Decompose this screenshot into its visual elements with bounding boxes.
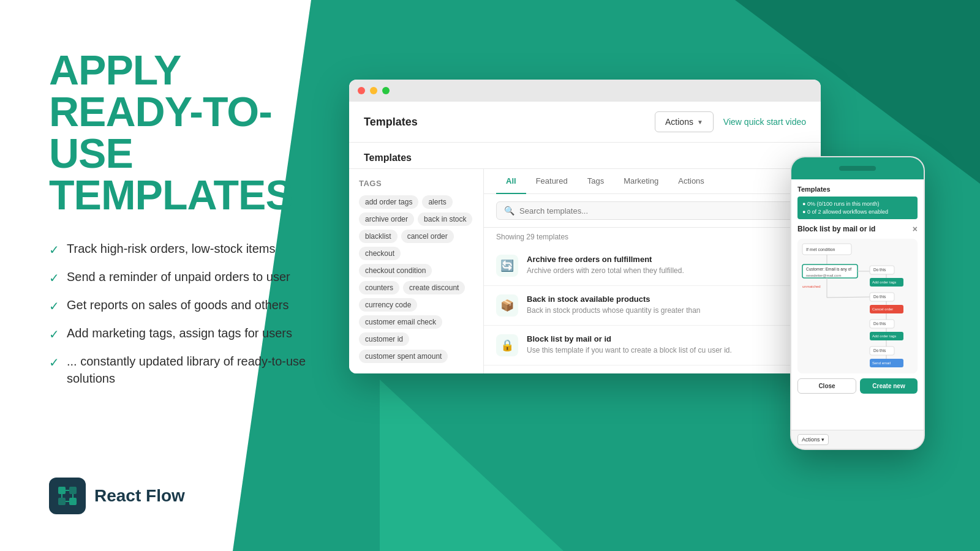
phone-header	[791, 157, 924, 179]
template-item-archive[interactable]: 🔄 Archive free orders on fulfillment Arc…	[484, 246, 821, 286]
tags-sidebar: Tags add order tags alerts archive order…	[349, 169, 484, 373]
phone-mockup: Templates ● 0% (0/100 runs in this month…	[790, 156, 925, 450]
svg-rect-3	[69, 498, 77, 505]
flow-svg: If met condition Customer: Email is any …	[797, 239, 918, 373]
phone-close-icon[interactable]: ×	[913, 224, 918, 234]
feature-item-3: ✓ Get reports on sales of goods and othe…	[49, 296, 318, 315]
svg-text:Do this: Do this	[873, 348, 886, 353]
feature-item-5: ✓ ... constantly updated library of read…	[49, 353, 318, 387]
flow-diagram: If met condition Customer: Email is any …	[797, 239, 918, 373]
template-info-back-in-stock: Back in stock available products Back in…	[527, 294, 700, 316]
brand-logo	[49, 478, 86, 514]
tag-archive-order[interactable]: archive order	[359, 212, 414, 226]
tab-featured[interactable]: Featured	[526, 169, 578, 194]
browser-content: Templates Actions ▼ View quick start vid…	[349, 102, 821, 373]
svg-text:newsletter@mail.com: newsletter@mail.com	[806, 274, 841, 277]
quick-start-link[interactable]: View quick start video	[723, 117, 806, 127]
browser-bar	[349, 80, 821, 102]
browser-dot-green[interactable]	[382, 87, 390, 94]
tag-checkout[interactable]: checkout	[359, 247, 401, 260]
header-actions: Actions ▼ View quick start video	[655, 111, 806, 132]
template-item-copy-tags[interactable]: # Copy purchased product tags to the cus…	[484, 365, 821, 373]
phone-actions-button[interactable]: Actions ▾	[797, 434, 829, 445]
brand-name: React Flow	[94, 486, 185, 506]
browser-window: Templates Actions ▼ View quick start vid…	[349, 80, 821, 373]
phone-usage-bar: ● 0% (0/100 runs in this month) ● 0 of 2…	[797, 197, 918, 219]
tag-checkout-condition[interactable]: checkout condition	[359, 264, 432, 277]
tab-all[interactable]: All	[496, 169, 526, 194]
app-header: Templates Actions ▼ View quick start vid…	[349, 102, 821, 143]
tag-blacklist[interactable]: blacklist	[359, 230, 398, 243]
check-icon-5: ✓	[49, 354, 59, 371]
feature-item-4: ✓ Add marketing tags, assign tags for us…	[49, 324, 318, 343]
actions-button[interactable]: Actions ▼	[655, 111, 714, 132]
brand-logo-svg	[56, 484, 79, 508]
template-name-back-in-stock: Back in stock available products	[527, 294, 700, 304]
search-icon: 🔍	[504, 206, 514, 216]
feature-item-2: ✓ Send a reminder of unpaid orders to us…	[49, 268, 318, 287]
template-desc-back-in-stock: Back in stock products whose quantity is…	[527, 305, 700, 316]
tag-customer-id[interactable]: customer id	[359, 332, 409, 346]
browser-dot-red[interactable]	[358, 87, 365, 94]
svg-text:Customer: Email is any of: Customer: Email is any of	[806, 267, 851, 272]
tab-marketing[interactable]: Marketing	[614, 169, 668, 194]
tag-currency-code[interactable]: currency code	[359, 298, 417, 312]
svg-text:Send email: Send email	[872, 361, 891, 365]
template-desc-archive: Archive orders with zero total when they…	[527, 266, 684, 276]
phone-usage-text: ● 0% (0/100 runs in this month) ● 0 of 2…	[802, 200, 913, 216]
svg-line-28	[827, 297, 870, 298]
tab-actions[interactable]: Actions	[668, 169, 714, 194]
svg-text:Add order tags: Add order tags	[872, 280, 896, 284]
svg-text:If met condition: If met condition	[806, 247, 835, 252]
search-input[interactable]	[519, 206, 801, 216]
phone-content: Templates ● 0% (0/100 runs in this month…	[791, 179, 924, 449]
tab-tags[interactable]: Tags	[578, 169, 614, 194]
svg-text:Cancel order: Cancel order	[872, 307, 893, 311]
main-area: Tags add order tags alerts archive order…	[349, 169, 821, 373]
search-bar: 🔍	[484, 194, 821, 228]
svg-rect-0	[58, 487, 66, 494]
template-name-archive: Archive free orders on fulfillment	[527, 255, 684, 264]
svg-text:Do this: Do this	[873, 321, 886, 326]
filter-tabs: All Featured Tags Marketing Actions	[484, 169, 821, 194]
tag-customer-email-check[interactable]: customer email check	[359, 315, 442, 329]
svg-text:Do this: Do this	[873, 268, 886, 272]
template-info-block-list: Block list by mail or id Use this templa…	[527, 334, 732, 356]
templates-list-area: All Featured Tags Marketing Actions 🔍 Sh…	[484, 169, 821, 373]
tag-customer-spent-amount[interactable]: customer spent amount	[359, 350, 448, 363]
phone-actions-bar: Actions ▾	[791, 430, 924, 449]
svg-rect-1	[69, 487, 77, 494]
svg-text:unmatched: unmatched	[802, 285, 821, 288]
check-icon-4: ✓	[49, 326, 59, 343]
tag-cancel-order[interactable]: cancel order	[401, 230, 454, 243]
template-name-block-list: Block list by mail or id	[527, 334, 732, 343]
template-item-block-list[interactable]: 🔒 Block list by mail or id Use this temp…	[484, 326, 821, 365]
phone-modal-title: Block list by mail or id ×	[797, 224, 918, 234]
phone-create-new-button[interactable]: Create new	[860, 378, 918, 394]
tags-grid: add order tags alerts archive order back…	[359, 195, 473, 363]
template-icon-back-in-stock: 📦	[496, 294, 518, 317]
tags-title: Tags	[359, 179, 473, 188]
tag-back-in-stock[interactable]: back in stock	[418, 212, 472, 226]
app-title: Templates	[364, 116, 418, 129]
tag-alerts[interactable]: alerts	[422, 195, 452, 209]
template-icon-archive: 🔄	[496, 255, 518, 277]
template-icon-block-list: 🔒	[496, 334, 518, 356]
chevron-down-icon-phone: ▾	[821, 437, 824, 443]
browser-dot-yellow[interactable]	[370, 87, 377, 94]
phone-section-title: Templates	[797, 186, 918, 193]
tag-create-discount[interactable]: create discount	[403, 281, 465, 294]
tag-counters[interactable]: counters	[359, 281, 399, 294]
svg-text:Add order tags: Add order tags	[872, 334, 896, 338]
chevron-down-icon: ▼	[697, 119, 703, 126]
template-item-back-in-stock[interactable]: 📦 Back in stock available products Back …	[484, 286, 821, 326]
tag-add-order-tags[interactable]: add order tags	[359, 195, 418, 209]
features-list: ✓ Track high-risk orders, low-stock item…	[49, 240, 318, 387]
brand: React Flow	[49, 478, 318, 514]
template-desc-block-list: Use this template if you want to create …	[527, 345, 732, 356]
main-title: APPLYREADY-TO-USETEMPLATES	[49, 49, 318, 216]
phone-close-button[interactable]: Close	[797, 378, 856, 394]
template-info-archive: Archive free orders on fulfillment Archi…	[527, 255, 684, 276]
left-panel: APPLYREADY-TO-USETEMPLATES ✓ Track high-…	[0, 0, 355, 551]
check-icon-2: ✓	[49, 269, 59, 287]
